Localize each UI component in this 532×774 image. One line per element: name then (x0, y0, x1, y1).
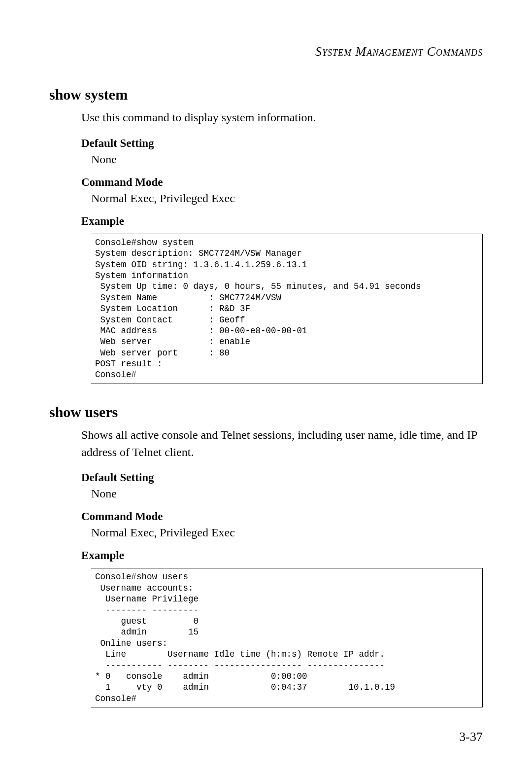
command-description: Shows all active console and Telnet sess… (81, 426, 483, 461)
command-title-show-system: show system (49, 86, 483, 103)
example-code-block: Console#show system System description: … (91, 234, 483, 384)
command-mode-value: Normal Exec, Privileged Exec (91, 192, 483, 205)
example-code-block: Console#show users Username accounts: Us… (91, 568, 483, 707)
page-header: System Management Commands (49, 44, 483, 59)
default-setting-heading: Default Setting (81, 137, 483, 150)
command-mode-heading: Command Mode (81, 510, 483, 523)
command-mode-heading: Command Mode (81, 176, 483, 189)
example-heading: Example (81, 215, 483, 228)
default-setting-value: None (91, 153, 483, 166)
page-number: 3-37 (459, 730, 483, 744)
command-title-show-users: show users (49, 404, 483, 421)
default-setting-value: None (91, 487, 483, 500)
command-mode-value: Normal Exec, Privileged Exec (91, 526, 483, 539)
default-setting-heading: Default Setting (81, 471, 483, 484)
example-heading: Example (81, 549, 483, 562)
page: System Management Commands show system U… (0, 0, 532, 774)
command-description: Use this command to display system infor… (81, 109, 483, 126)
